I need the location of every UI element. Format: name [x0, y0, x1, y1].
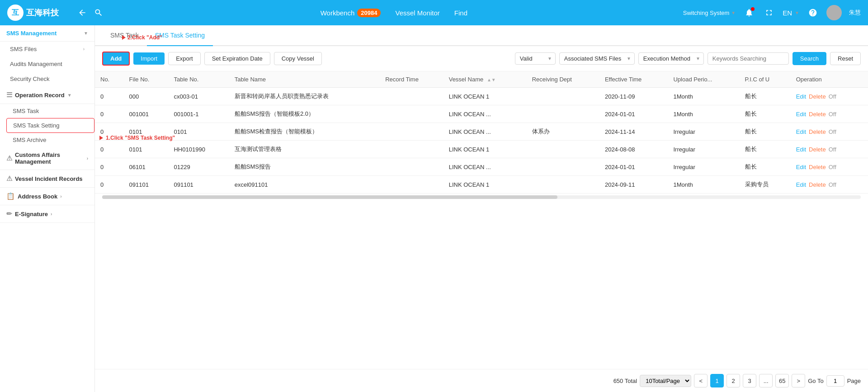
cell-5: LINK OCEAN ... — [443, 158, 527, 176]
cell-7: 2024-11-14 — [599, 123, 668, 141]
cell-2: cx003-01 — [168, 88, 229, 105]
op-edit-link[interactable]: Edit — [796, 111, 806, 118]
op-delete-link[interactable]: Delete — [809, 146, 826, 153]
export-button[interactable]: Export — [168, 52, 201, 65]
table-row: 0001001001001-1船舶SMS报告（智能模板2.0）LINK OCEA… — [95, 105, 868, 123]
sms-task-table: No. File No. Table No. Table Name Record… — [95, 71, 868, 194]
back-button[interactable] — [76, 6, 89, 19]
sms-files-chevron: › — [83, 47, 85, 52]
op-edit-link[interactable]: Edit — [796, 93, 806, 100]
cell-8: Irregular — [668, 141, 739, 158]
sidebar-e-signature-group[interactable]: ✏ E-Signature › — [0, 205, 94, 223]
language-label: EN — [783, 9, 792, 17]
main-layout: SMS Management ▼ SMS Files › Audits Mana… — [0, 25, 868, 392]
tab-sms-task-setting[interactable]: SMS Task Setting — [147, 25, 213, 46]
cell-1: 06101 — [124, 158, 169, 176]
workbench-nav[interactable]: Workbench 20984 — [321, 9, 381, 17]
op-off-link[interactable]: Off — [829, 128, 836, 135]
per-page-select[interactable]: 10Total/Page 20Total/Page 50Total/Page — [640, 375, 691, 387]
prev-page-button[interactable]: < — [694, 374, 708, 387]
help-button[interactable] — [807, 6, 819, 19]
reset-button[interactable]: Reset — [830, 52, 861, 65]
sidebar-address-book-group[interactable]: 📋 Address Book › — [0, 188, 94, 205]
valid-select[interactable]: Valid Invalid — [515, 52, 556, 65]
sidebar-operation-record-group[interactable]: ☰ Operation Record ▼ — [0, 86, 94, 104]
cell-9: 船长 — [740, 105, 791, 123]
page-65-button[interactable]: 65 — [775, 374, 789, 387]
cell-4 — [380, 176, 443, 194]
find-nav[interactable]: Find — [454, 9, 467, 17]
page-1-button[interactable]: 1 — [710, 374, 724, 387]
execution-method-select[interactable]: Execution Method — [638, 52, 704, 65]
vessel-monitor-label: Vessel Monitor — [395, 9, 439, 17]
op-off-link[interactable]: Off — [829, 111, 836, 118]
sms-task-setting-label: SMS Task Setting — [13, 122, 59, 129]
add-button[interactable]: Add — [102, 52, 130, 66]
page-3-button[interactable]: 3 — [743, 374, 756, 387]
sidebar-item-sms-task[interactable]: SMS Task — [6, 104, 94, 118]
user-avatar[interactable] — [826, 5, 842, 20]
sidebar-item-audits-management[interactable]: Audits Management — [0, 57, 94, 71]
op-delete-link[interactable]: Delete — [809, 181, 826, 188]
table-container: No. File No. Table No. Table Name Record… — [95, 71, 868, 369]
op-edit-link[interactable]: Edit — [796, 146, 806, 153]
sidebar-customs-affairs-group[interactable]: ⚠ Customs Affairs Management › — [0, 147, 94, 170]
search-button[interactable] — [92, 6, 105, 19]
notification-button[interactable] — [743, 6, 755, 19]
customs-affairs-chevron: › — [87, 156, 88, 161]
sidebar-item-sms-archive[interactable]: SMS Archive — [6, 133, 94, 147]
next-page-button[interactable]: > — [792, 374, 805, 387]
h-scrollbar[interactable] — [102, 195, 861, 199]
customs-affairs-label: Customs Affairs Management — [15, 151, 84, 165]
sidebar-item-security-check[interactable]: Security Check — [0, 71, 94, 86]
col-file-no: File No. — [124, 71, 169, 88]
cell-0: 0 — [95, 123, 124, 141]
cell-5: LINK OCEAN 1 — [443, 176, 527, 194]
op-delete-link[interactable]: Delete — [809, 128, 826, 135]
sms-management-chevron: ▼ — [84, 31, 88, 36]
op-delete-link[interactable]: Delete — [809, 164, 826, 170]
col-pic: P.I.C of U — [740, 71, 791, 88]
op-delete-link[interactable]: Delete — [809, 93, 826, 100]
op-edit-link[interactable]: Edit — [796, 181, 806, 188]
keywords-input[interactable] — [708, 52, 789, 65]
sidebar-item-sms-files[interactable]: SMS Files › — [0, 42, 94, 57]
goto-input[interactable] — [826, 375, 844, 387]
fullscreen-button[interactable] — [763, 6, 775, 19]
col-no: No. — [95, 71, 124, 88]
content-area: SMS Task SMS Task Setting 2.Click "Add" … — [95, 25, 868, 392]
op-edit-link[interactable]: Edit — [796, 164, 806, 170]
tab-sms-task[interactable]: SMS Task — [102, 25, 147, 46]
op-delete-link[interactable]: Delete — [809, 111, 826, 118]
page-2-button[interactable]: 2 — [726, 374, 740, 387]
set-expiration-button[interactable]: Set Expiration Date — [204, 52, 270, 65]
vessel-incident-label: Vessel Incident Records — [15, 175, 83, 182]
find-label: Find — [454, 9, 467, 17]
switch-system-button[interactable]: Switching System ▼ — [683, 9, 736, 16]
sidebar-vessel-incident-group[interactable]: ⚠ Vessel Incident Records — [0, 170, 94, 188]
vessel-monitor-nav[interactable]: Vessel Monitor — [395, 9, 439, 17]
copy-vessel-button[interactable]: Copy Vessel — [274, 52, 322, 65]
associated-sms-select[interactable]: Associated SMS Files — [559, 52, 635, 65]
op-off-link[interactable]: Off — [829, 93, 836, 100]
op-off-link[interactable]: Off — [829, 146, 836, 153]
op-edit-link[interactable]: Edit — [796, 128, 806, 135]
search-button[interactable]: Search — [793, 52, 826, 65]
vessel-sort-icon: ▲▼ — [487, 77, 496, 82]
sms-files-label: SMS Files — [10, 46, 37, 52]
language-button[interactable]: EN ▼ — [783, 9, 799, 17]
import-button[interactable]: Import — [133, 52, 165, 65]
cell-4 — [380, 123, 443, 141]
audits-management-label: Audits Management — [10, 61, 62, 67]
cell-8: 1Month — [668, 105, 739, 123]
cell-9: 船长 — [740, 123, 791, 141]
address-book-icon: 📋 — [6, 192, 15, 200]
sidebar-item-sms-task-setting[interactable]: SMS Task Setting — [6, 118, 94, 133]
op-off-link[interactable]: Off — [829, 181, 836, 188]
sidebar-sms-management-header[interactable]: SMS Management ▼ — [0, 25, 94, 42]
op-off-link[interactable]: Off — [829, 164, 836, 170]
switch-system-chevron: ▼ — [731, 10, 736, 15]
cell-operation: EditDeleteOff — [791, 158, 868, 176]
logo-icon: 互 — [7, 5, 24, 21]
operation-record-label: Operation Record — [15, 92, 65, 99]
